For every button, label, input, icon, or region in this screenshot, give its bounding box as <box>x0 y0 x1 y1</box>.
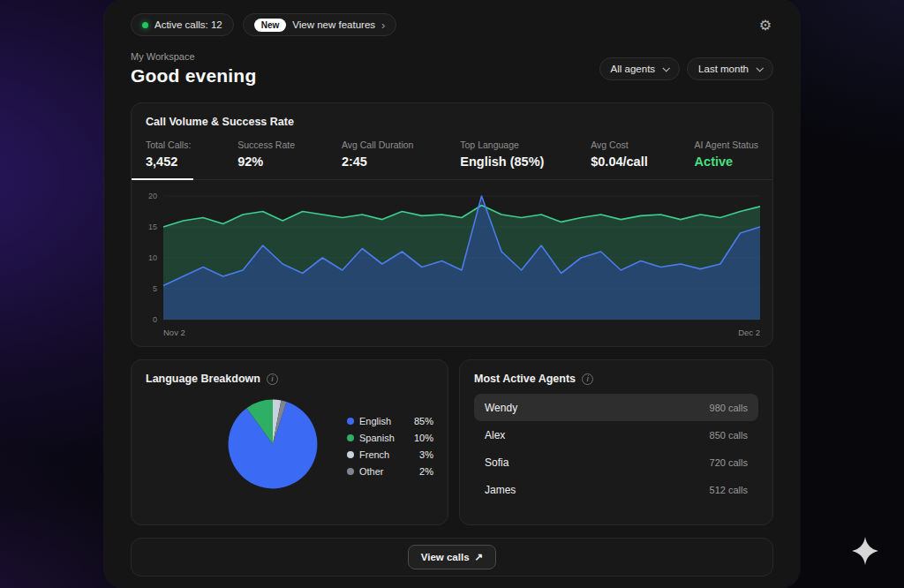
stat-avg-duration[interactable]: Avg Call Duration 2:45 <box>342 139 414 169</box>
stat-label: Success Rate <box>237 139 295 150</box>
stat-top-language[interactable]: Top Language English (85%) <box>460 139 544 169</box>
legend-label: Spanish <box>359 433 395 443</box>
call-volume-card: Call Volume & Success Rate Total Calls: … <box>131 102 773 347</box>
legend-pct: 3% <box>419 449 433 460</box>
agent-calls: 980 calls <box>710 403 748 413</box>
stat-success-rate[interactable]: Success Rate 92% <box>237 139 295 169</box>
stat-agent-status[interactable]: AI Agent Status Active <box>695 139 758 169</box>
active-calls-pill[interactable]: Active calls: 12 <box>131 13 234 36</box>
legend-pct: 85% <box>414 416 433 426</box>
legend-label: Other <box>359 466 384 477</box>
svg-text:15: 15 <box>148 222 157 231</box>
view-calls-button[interactable]: View calls ↗ <box>408 545 496 569</box>
agent-calls: 512 calls <box>710 485 748 495</box>
topbar: Active calls: 12 New View new features ›… <box>131 11 773 39</box>
legend-item-other: Other 2% <box>347 463 433 479</box>
info-icon[interactable]: i <box>582 373 593 385</box>
language-card-title: Language Breakdown <box>146 373 260 385</box>
footer-strip: View calls ↗ <box>131 538 773 577</box>
info-icon[interactable]: i <box>267 373 278 385</box>
svg-text:0: 0 <box>153 315 157 324</box>
agent-row-alex[interactable]: Alex 850 calls <box>474 421 758 449</box>
stat-total-calls[interactable]: Total Calls: 3,452 <box>146 139 191 169</box>
active-status-dot-icon <box>142 22 148 28</box>
status-badge: Active <box>695 155 758 169</box>
screen: Active calls: 12 New View new features ›… <box>0 0 904 588</box>
stat-label: Total Calls: <box>146 139 191 150</box>
workspace-label: My Workspace <box>131 51 256 62</box>
agent-name: Wendy <box>485 402 517 414</box>
date-filter-label: Last month <box>698 64 749 74</box>
gear-icon: ⚙ <box>759 18 772 33</box>
legend-pct: 2% <box>419 466 433 477</box>
svg-text:10: 10 <box>148 253 157 262</box>
agents-filter-label: All agents <box>611 64 656 74</box>
agent-row-james[interactable]: James 512 calls <box>474 476 758 503</box>
app-panel: Active calls: 12 New View new features ›… <box>104 0 800 588</box>
legend-item-spanish: Spanish 10% <box>347 429 433 446</box>
agent-name: Alex <box>485 429 505 441</box>
page-title: Good evening <box>131 65 256 87</box>
call-volume-chart: 05101520Nov 2Dec 2 <box>137 187 765 339</box>
stat-value: $0.04/call <box>591 155 648 169</box>
call-volume-card-title: Call Volume & Success Rate <box>146 116 758 128</box>
agent-name: Sofia <box>485 456 508 469</box>
agents-list: Wendy 980 calls Alex 850 calls Sofia 720… <box>474 394 758 503</box>
settings-button[interactable]: ⚙ <box>757 15 773 35</box>
date-filter-dropdown[interactable]: Last month <box>687 57 773 80</box>
svg-text:Nov 2: Nov 2 <box>163 328 185 337</box>
language-breakdown-card: Language Breakdown i English 85% <box>131 359 448 525</box>
legend-dot-icon <box>347 418 354 425</box>
agents-filter-dropdown[interactable]: All agents <box>599 57 681 80</box>
stats-row: Total Calls: 3,452 Success Rate 92% Avg … <box>132 139 772 180</box>
stat-value: 2:45 <box>342 155 414 169</box>
stat-label: AI Agent Status <box>695 139 758 150</box>
agents-card-title: Most Active Agents <box>474 373 576 385</box>
stat-label: Avg Cost <box>591 139 648 150</box>
filters: All agents Last month <box>599 57 773 80</box>
svg-text:5: 5 <box>153 284 157 293</box>
chevron-right-icon: › <box>381 19 385 31</box>
stat-value: English (85%) <box>460 155 544 169</box>
stat-label: Avg Call Duration <box>342 139 414 150</box>
language-pie-chart <box>223 395 322 497</box>
stat-label: Top Language <box>460 139 544 150</box>
agent-row-sofia[interactable]: Sofia 720 calls <box>474 449 758 476</box>
svg-text:Dec 2: Dec 2 <box>738 328 760 337</box>
new-features-label: View new features <box>292 19 375 30</box>
legend-dot-icon <box>347 468 354 475</box>
legend-pct: 10% <box>414 433 433 443</box>
legend-label: French <box>359 449 389 460</box>
pie-legend: English 85% Spanish 10% French 3% <box>347 412 433 479</box>
legend-dot-icon <box>347 434 354 441</box>
stat-avg-cost[interactable]: Avg Cost $0.04/call <box>591 139 648 169</box>
bottom-row: Language Breakdown i English 85% <box>131 359 773 525</box>
stat-value: 92% <box>237 155 295 169</box>
page-header: My Workspace Good evening All agents Las… <box>131 51 773 87</box>
view-calls-label: View calls <box>421 552 470 562</box>
new-features-pill[interactable]: New View new features › <box>243 13 397 36</box>
chart-area: 05101520Nov 2Dec 2 <box>132 180 772 346</box>
agent-calls: 850 calls <box>710 430 748 441</box>
legend-item-english: English 85% <box>347 412 433 429</box>
agent-calls: 720 calls <box>710 457 748 468</box>
svg-text:20: 20 <box>148 192 157 200</box>
greeting-block: My Workspace Good evening <box>131 51 256 87</box>
agent-name: James <box>485 484 516 496</box>
most-active-agents-card: Most Active Agents i Wendy 980 calls Ale… <box>459 359 773 525</box>
stat-value: 3,452 <box>146 155 191 169</box>
chevron-down-icon <box>663 64 670 72</box>
agent-row-wendy[interactable]: Wendy 980 calls <box>474 394 758 421</box>
legend-dot-icon <box>347 451 354 458</box>
legend-label: English <box>359 416 391 426</box>
sparkle-icon <box>849 535 881 567</box>
new-badge: New <box>254 19 287 32</box>
chevron-down-icon <box>756 64 763 72</box>
arrow-up-right-icon: ↗ <box>475 551 484 563</box>
active-calls-label: Active calls: 12 <box>154 19 222 30</box>
legend-item-french: French 3% <box>347 446 433 463</box>
